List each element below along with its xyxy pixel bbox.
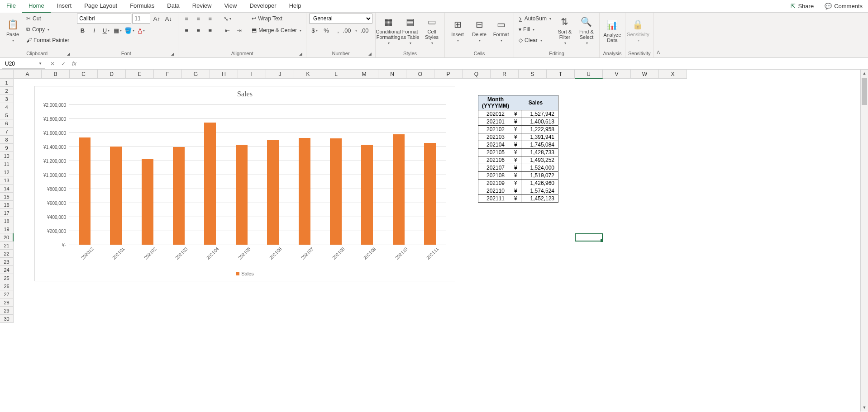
table-row[interactable]: 202104¥1,745,084: [478, 141, 558, 149]
chart-bar[interactable]: [361, 145, 373, 245]
font-color-button[interactable]: A: [136, 25, 147, 35]
font-name-combo[interactable]: [77, 14, 131, 24]
scroll-thumb[interactable]: [862, 78, 867, 105]
tab-help[interactable]: Help: [283, 0, 308, 13]
tab-insert[interactable]: Insert: [51, 0, 78, 13]
paste-button[interactable]: 📋Paste: [3, 14, 23, 48]
row-header-4[interactable]: 4: [0, 103, 14, 111]
row-header-23[interactable]: 23: [0, 258, 14, 266]
col-header-D[interactable]: D: [98, 70, 126, 79]
col-header-C[interactable]: C: [70, 70, 98, 79]
row-header-9[interactable]: 9: [0, 144, 14, 152]
scroll-up-icon[interactable]: ▲: [861, 70, 868, 77]
share-button[interactable]: ⇱Share: [785, 3, 819, 9]
fill-button[interactable]: ▾Fill: [517, 24, 553, 34]
format-as-table-button[interactable]: ▤Format as Table: [400, 14, 420, 48]
table-row[interactable]: 202106¥1,493,252: [478, 156, 558, 164]
format-cells-button[interactable]: ▭Format: [491, 14, 511, 48]
find-select-button[interactable]: 🔍Find & Select: [577, 14, 596, 48]
col-header-T[interactable]: T: [547, 70, 575, 79]
row-header-10[interactable]: 10: [0, 152, 14, 160]
row-header-25[interactable]: 25: [0, 274, 14, 282]
row-header-13[interactable]: 13: [0, 176, 14, 185]
number-format-combo[interactable]: General: [309, 14, 372, 24]
col-header-E[interactable]: E: [126, 70, 154, 79]
chart-bar[interactable]: [393, 134, 405, 245]
table-row[interactable]: 202109¥1,426,960: [478, 180, 558, 187]
tab-file[interactable]: File: [0, 0, 22, 13]
row-header-18[interactable]: 18: [0, 217, 14, 225]
tab-developer[interactable]: Developer: [243, 0, 282, 13]
chart-bar[interactable]: [204, 123, 216, 245]
row-header-5[interactable]: 5: [0, 111, 14, 119]
row-header-7[interactable]: 7: [0, 128, 14, 136]
fx-icon[interactable]: fx: [69, 61, 80, 67]
tab-data[interactable]: Data: [161, 0, 186, 13]
table-row[interactable]: 202107¥1,524,000: [478, 164, 558, 172]
table-row[interactable]: 202108¥1,519,072: [478, 172, 558, 180]
accounting-format-icon[interactable]: $: [309, 25, 320, 35]
tab-page-layout[interactable]: Page Layout: [78, 0, 124, 13]
row-header-11[interactable]: 11: [0, 160, 14, 168]
col-header-J[interactable]: J: [266, 70, 294, 79]
row-header-12[interactable]: 12: [0, 168, 14, 176]
chart-bar[interactable]: [142, 159, 153, 245]
collapse-ribbon-icon[interactable]: ᐱ: [654, 13, 663, 57]
scroll-down-icon[interactable]: ▼: [861, 404, 868, 412]
decrease-font-icon[interactable]: A↓: [163, 14, 174, 24]
wrap-text-button[interactable]: ↩Wrap Text: [250, 14, 303, 24]
clear-button[interactable]: ◇Clear: [517, 35, 553, 45]
font-size-combo[interactable]: [132, 14, 150, 24]
row-header-3[interactable]: 3: [0, 95, 14, 103]
col-header-S[interactable]: S: [519, 70, 547, 79]
row-header-15[interactable]: 15: [0, 193, 14, 201]
row-header-19[interactable]: 19: [0, 225, 14, 233]
bold-button[interactable]: B: [77, 25, 88, 35]
cancel-formula-icon[interactable]: ✕: [47, 61, 58, 67]
worksheet-grid[interactable]: ABCDEFGHIJKLMNOPQRSTUVWX 123456789101112…: [0, 70, 868, 412]
align-middle-icon[interactable]: ≡: [193, 14, 204, 24]
delete-cells-button[interactable]: ⊟Delete: [469, 14, 489, 48]
font-dialog-icon[interactable]: ◢: [171, 51, 174, 57]
vertical-scrollbar[interactable]: ▲ ▼: [860, 70, 868, 412]
cut-button[interactable]: ✂Cut: [24, 14, 71, 24]
row-header-20[interactable]: 20: [0, 233, 14, 242]
number-dialog-icon[interactable]: ◢: [368, 51, 372, 57]
col-header-F[interactable]: F: [154, 70, 182, 79]
table-row[interactable]: 202101¥1,400,613: [478, 118, 558, 126]
col-header-K[interactable]: K: [294, 70, 322, 79]
underline-button[interactable]: U: [100, 25, 111, 35]
tab-review[interactable]: Review: [186, 0, 218, 13]
table-row[interactable]: 202103¥1,391,941: [478, 133, 558, 141]
col-header-O[interactable]: O: [406, 70, 434, 79]
col-header-G[interactable]: G: [182, 70, 210, 79]
row-header-27[interactable]: 27: [0, 290, 14, 298]
col-header-W[interactable]: W: [631, 70, 659, 79]
chart-bar[interactable]: [110, 147, 122, 245]
table-row[interactable]: 202111¥1,452,123: [478, 195, 558, 203]
align-center-icon[interactable]: ≡: [193, 25, 204, 35]
copy-button[interactable]: ⧉Copy: [24, 24, 71, 34]
col-header-A[interactable]: A: [14, 70, 42, 79]
formula-input[interactable]: [80, 59, 868, 69]
increase-indent-icon[interactable]: ⇥: [234, 25, 244, 35]
row-header-6[interactable]: 6: [0, 119, 14, 128]
table-row[interactable]: 202012¥1,527,942: [478, 110, 558, 118]
enter-formula-icon[interactable]: ✓: [58, 61, 69, 67]
col-header-N[interactable]: N: [378, 70, 406, 79]
merge-center-button[interactable]: ⬒Merge & Center: [250, 25, 303, 35]
row-header-30[interactable]: 30: [0, 315, 14, 323]
col-header-V[interactable]: V: [603, 70, 631, 79]
decrease-indent-icon[interactable]: ⇤: [222, 25, 233, 35]
orientation-icon[interactable]: ⤡: [222, 14, 233, 24]
analyze-data-button[interactable]: 📊Analyze Data: [602, 14, 622, 48]
row-header-8[interactable]: 8: [0, 136, 14, 144]
autosum-button[interactable]: ∑AutoSum: [517, 14, 553, 24]
row-header-21[interactable]: 21: [0, 242, 14, 250]
chart-bar[interactable]: [299, 138, 310, 245]
row-header-24[interactable]: 24: [0, 266, 14, 274]
tab-home[interactable]: Home: [22, 0, 51, 13]
alignment-dialog-icon[interactable]: ◢: [299, 51, 302, 57]
tab-formulas[interactable]: Formulas: [124, 0, 161, 13]
decrease-decimal-icon[interactable]: ←.00: [356, 25, 367, 35]
